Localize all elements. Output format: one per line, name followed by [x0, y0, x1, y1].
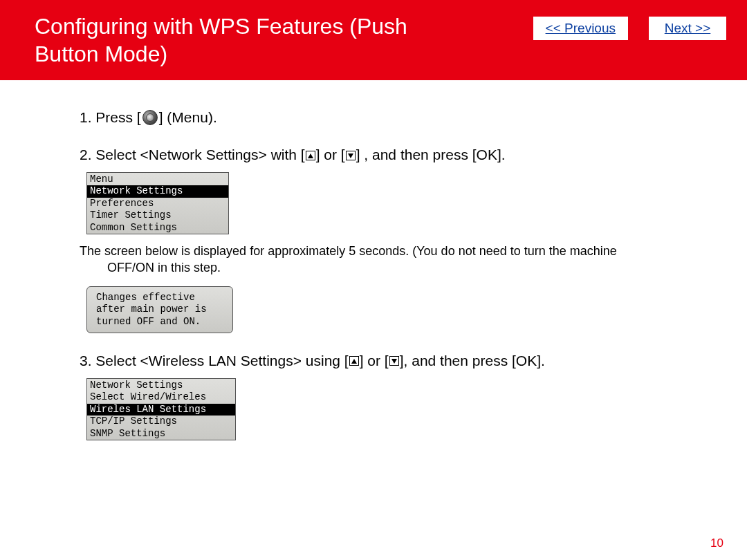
lcd3-row: Select Wired/Wireles: [87, 391, 235, 404]
note-line1: The screen below is displayed for approx…: [80, 244, 617, 258]
lcd1-row: Preferences: [87, 198, 228, 210]
header-bar: Configuring with WPS Features (Push Butt…: [0, 0, 747, 80]
step-3-text-a: 3. Select <Wireless LAN Settings> using …: [80, 351, 349, 371]
menu-button-icon: [142, 110, 158, 125]
step-2-text-a: 2. Select <Network Settings> with [: [80, 145, 305, 165]
lcd-menu-screenshot: Menu Network Settings Preferences Timer …: [86, 172, 229, 235]
note-line2: OFF/ON in this step.: [80, 259, 674, 276]
page-number: 10: [710, 536, 723, 550]
page-title: Configuring with WPS Features (Push Butt…: [35, 12, 463, 68]
step-3: 3. Select <Wireless LAN Settings> using …: [80, 351, 706, 440]
step-2-text-b: ] or [: [316, 145, 345, 165]
page: Configuring with WPS Features (Push Butt…: [0, 0, 747, 560]
lcd3-title: Network Settings: [87, 379, 235, 392]
lcd1-row-selected: Network Settings: [87, 185, 228, 198]
lcd-network-screenshot: Network Settings Select Wired/Wireles Wi…: [86, 378, 236, 441]
lcd-changes-screenshot: Changes effective after main power is tu…: [86, 286, 233, 334]
lcd1-row: Common Settings: [87, 222, 228, 234]
next-button[interactable]: Next >>: [649, 17, 726, 40]
down-arrow-icon: [389, 356, 399, 366]
lcd1-title: Menu: [87, 173, 228, 186]
lcd3-row: TCP/IP Settings: [87, 416, 235, 428]
content-area: 1. Press [ ] (Menu). 2. Select <Network …: [0, 80, 747, 440]
lcd2-row: Changes effective: [93, 292, 226, 304]
previous-button[interactable]: << Previous: [533, 17, 628, 40]
step-2-text-c: ] , and then press [OK].: [356, 145, 506, 165]
down-arrow-icon: [346, 151, 356, 160]
lcd3-row-selected: Wireles LAN Settings: [87, 404, 235, 416]
lcd3-row: SNMP Settings: [87, 428, 235, 440]
step-1-text-b: ] (Menu).: [159, 108, 217, 127]
step-1: 1. Press [ ] (Menu).: [80, 108, 706, 127]
lcd2-row: turned OFF and ON.: [93, 316, 226, 328]
step-1-text-a: 1. Press [: [80, 108, 141, 127]
up-arrow-icon: [349, 356, 359, 366]
step-3-text-c: ], and then press [OK].: [400, 351, 545, 371]
up-arrow-icon: [306, 151, 315, 160]
lcd2-row: after main power is: [93, 304, 226, 316]
nav-buttons: << Previous Next >>: [533, 17, 726, 40]
lcd1-row: Timer Settings: [87, 209, 228, 222]
step-3-text-b: ] or [: [360, 351, 389, 371]
step-2: 2. Select <Network Settings> with [ ] or…: [80, 145, 706, 333]
note-text: The screen below is displayed for approx…: [80, 243, 674, 277]
